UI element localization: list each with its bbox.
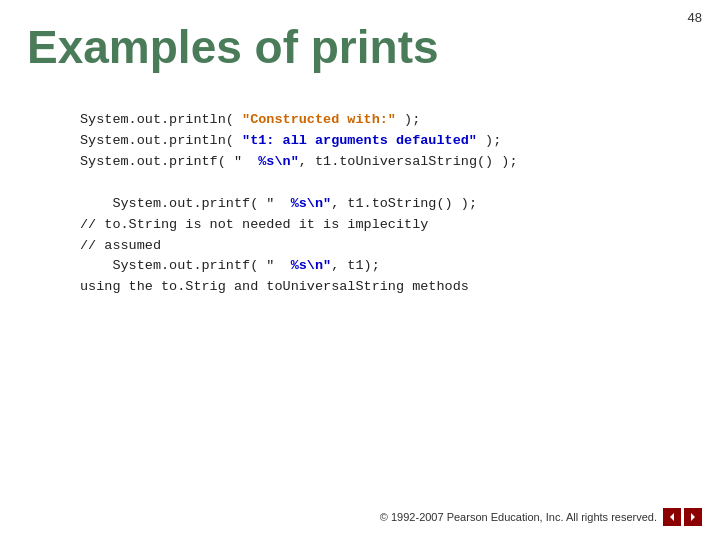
code-line-9: using the to.Strig and toUniversalString… <box>80 277 518 298</box>
code-line-3: System.out.printf( " %s\n", t1.toUnivers… <box>80 152 518 173</box>
code-block: System.out.println( "Constructed with:" … <box>80 110 518 298</box>
string-literal-1: "Constructed with:" <box>242 112 396 127</box>
format-spec-2: %s\n" <box>291 196 332 211</box>
code-line-1: System.out.println( "Constructed with:" … <box>80 110 518 131</box>
nav-buttons[interactable] <box>663 508 702 526</box>
svg-marker-1 <box>691 513 695 521</box>
slide-number: 48 <box>688 10 702 25</box>
code-line-comment-2: // assumed <box>80 236 518 257</box>
code-line-5: System.out.printf( " %s\n", t1.toString(… <box>80 194 518 215</box>
svg-marker-0 <box>670 513 674 521</box>
format-spec-3: %s\n" <box>291 258 332 273</box>
code-line-8: System.out.printf( " %s\n", t1); <box>80 256 518 277</box>
code-line-2: System.out.println( "t1: all arguments d… <box>80 131 518 152</box>
string-literal-2: "t1: all arguments defaulted" <box>242 133 477 148</box>
footer: © 1992-2007 Pearson Education, Inc. All … <box>380 508 702 526</box>
copyright-text: © 1992-2007 Pearson Education, Inc. All … <box>380 511 657 523</box>
prev-button[interactable] <box>663 508 681 526</box>
format-spec-1: %s\n" <box>258 154 299 169</box>
next-button[interactable] <box>684 508 702 526</box>
slide-title: Examples of prints <box>27 22 439 73</box>
code-line-blank <box>80 173 518 194</box>
code-line-comment-1: // to.String is not needed it is impleci… <box>80 215 518 236</box>
